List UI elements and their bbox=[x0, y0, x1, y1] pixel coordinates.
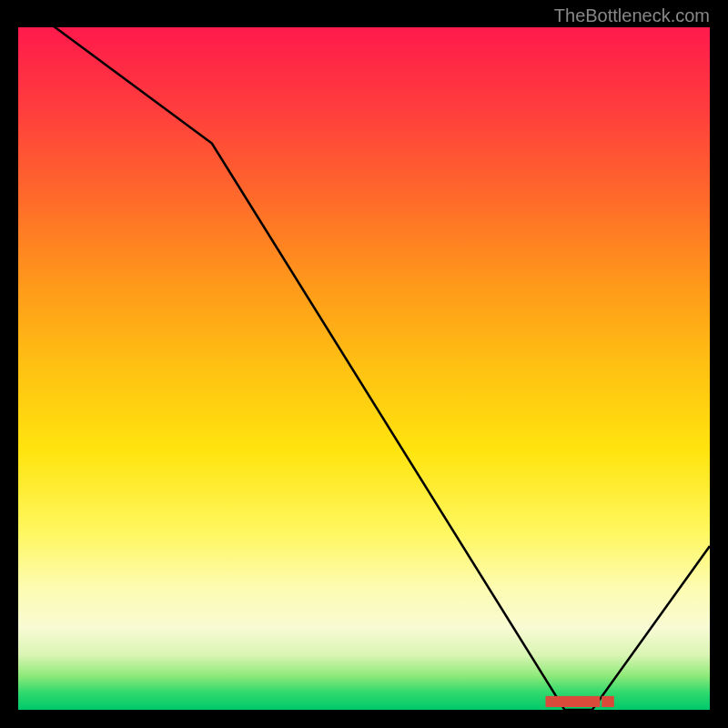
optimum-marker: █████████ ██ bbox=[546, 696, 614, 706]
bottleneck-chart: TheBottleneck.com █████████ ██ bbox=[0, 0, 728, 728]
watermark-label: TheBottleneck.com bbox=[554, 5, 710, 26]
gradient-plot-area bbox=[18, 27, 710, 710]
